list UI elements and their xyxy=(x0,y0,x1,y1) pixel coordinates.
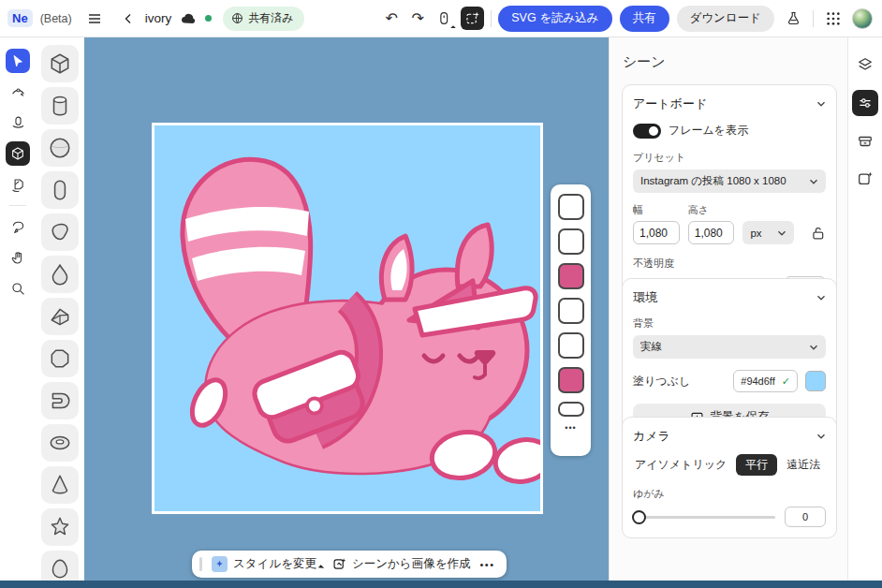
show-frame-toggle[interactable] xyxy=(633,124,661,139)
camera-mode-isometric[interactable]: アイソメトリック xyxy=(633,454,728,476)
swatch-6[interactable] xyxy=(558,367,584,393)
sync-status-dot xyxy=(205,15,212,22)
unit-select[interactable]: px xyxy=(742,221,794,244)
swatch-more-button[interactable]: ••• xyxy=(565,423,576,433)
shared-status-badge[interactable]: 共有済み xyxy=(223,7,304,31)
chevron-down-icon xyxy=(816,99,826,109)
chevron-down-icon xyxy=(816,432,826,441)
mouse-settings-button[interactable] xyxy=(431,6,457,32)
layers-panel-icon[interactable] xyxy=(853,52,877,77)
more-options-button[interactable]: ••• xyxy=(479,559,494,570)
beta-label: (Beta) xyxy=(40,12,72,25)
assets-panel-icon[interactable] xyxy=(853,129,877,154)
select-tool-icon[interactable] xyxy=(6,49,30,73)
environment-section-title: 環境 xyxy=(633,289,657,306)
fill-hex-value: #94d6ff xyxy=(741,375,775,387)
shape-sphere-button[interactable] xyxy=(41,129,79,167)
camera-mode-parallel[interactable]: 平行 xyxy=(736,454,777,476)
shape-capsule-button[interactable] xyxy=(41,171,79,209)
change-style-icon xyxy=(212,556,228,572)
unlock-icon[interactable] xyxy=(811,226,826,241)
bottom-action-bar: スタイルを変更 シーンから画像を作成 ••• xyxy=(192,551,507,578)
app-logo[interactable]: Ne xyxy=(7,9,33,27)
distortion-slider[interactable] xyxy=(633,510,775,523)
height-input[interactable] xyxy=(688,221,735,244)
shape-wedge-button[interactable] xyxy=(41,298,79,335)
shape-arch-button[interactable] xyxy=(41,382,79,419)
load-svg-button[interactable]: SVG を読み込み xyxy=(498,6,611,32)
background-label: 背景 xyxy=(633,316,826,331)
chevron-down-icon xyxy=(809,177,818,186)
bottom-edge-strip xyxy=(0,581,882,588)
shape-cube-button[interactable] xyxy=(41,45,79,82)
redo-button[interactable]: ↷ xyxy=(404,6,431,32)
swatch-3[interactable] xyxy=(558,263,584,289)
change-style-button[interactable]: スタイルを変更 xyxy=(212,556,323,572)
scene-panel: シーン アートボード フレームを表示 プリセット Instagram の投稿 1… xyxy=(609,37,847,581)
tool-divider xyxy=(9,205,26,206)
color-swatch-panel: ••• xyxy=(551,184,591,456)
shape-cone-button[interactable] xyxy=(41,466,79,504)
document-title[interactable]: ivory xyxy=(145,11,172,25)
preset-label: プリセット xyxy=(633,151,826,165)
image-sparkle-icon xyxy=(332,557,346,571)
width-input[interactable] xyxy=(633,221,680,244)
top-header: Ne (Beta) ivory 共有済み ↶ ↷ SVG を読み込み 共有 ダウ xyxy=(0,0,882,37)
camera-section-title: カメラ xyxy=(633,428,670,445)
labs-flask-icon[interactable] xyxy=(780,6,806,32)
extrude-tool-icon[interactable] xyxy=(6,110,30,135)
swatch-4[interactable] xyxy=(558,298,584,324)
fill-hex-input[interactable]: #94d6ff ✓ xyxy=(733,370,798,392)
share-button[interactable]: 共有 xyxy=(620,6,669,32)
panel-title: シーン xyxy=(623,53,666,71)
globe-icon xyxy=(231,12,243,24)
right-icon-rail xyxy=(847,37,882,581)
shape-star-button[interactable] xyxy=(41,508,79,546)
shape-cylinder-button[interactable] xyxy=(41,87,79,125)
hamburger-menu-icon[interactable] xyxy=(81,6,108,32)
lasso-tool-icon[interactable] xyxy=(6,214,30,239)
zoom-tool-icon[interactable] xyxy=(6,276,30,301)
node-edit-tool-icon[interactable] xyxy=(6,80,30,104)
shape-droplet-button[interactable] xyxy=(41,256,79,293)
apps-grid-icon[interactable] xyxy=(820,6,846,32)
corner-caret-icon xyxy=(318,565,324,570)
back-chevron-icon[interactable] xyxy=(115,6,141,32)
shape-rounded-cube-button[interactable] xyxy=(41,340,79,377)
download-button[interactable]: ダウンロード xyxy=(677,6,774,32)
create-image-button[interactable]: シーンから画像を作成 xyxy=(332,556,470,572)
dropdown-caret-icon xyxy=(450,25,456,31)
hand-tool-icon[interactable] xyxy=(6,245,30,270)
distortion-value-input[interactable] xyxy=(785,507,826,527)
swatch-2[interactable] xyxy=(558,228,584,255)
swatch-1[interactable] xyxy=(558,194,584,220)
preset-select[interactable]: Instagram の投稿 1080 x 1080 xyxy=(633,169,826,193)
swatch-5[interactable] xyxy=(558,332,584,359)
artboard-section-title: アートボード xyxy=(633,96,707,112)
artboard[interactable] xyxy=(152,123,543,514)
swatch-7[interactable] xyxy=(558,402,584,417)
camera-section-header[interactable]: カメラ xyxy=(633,428,826,445)
generate-image-panel-icon[interactable] xyxy=(853,167,877,191)
left-tool-rail xyxy=(0,37,36,581)
shape-torus-button[interactable] xyxy=(41,424,79,462)
ai-capture-button[interactable] xyxy=(461,7,484,30)
cat-illustration[interactable] xyxy=(154,125,540,511)
artboard-card: アートボード フレームを表示 プリセット Instagram の投稿 1080 … xyxy=(622,84,837,308)
chevron-down-icon xyxy=(809,343,818,352)
artboard-section-header[interactable]: アートボード xyxy=(633,96,826,112)
unit-value: px xyxy=(750,228,761,239)
environment-section-header[interactable]: 環境 xyxy=(633,289,826,306)
distortion-slider-thumb[interactable] xyxy=(632,510,646,524)
transform-3d-tool-icon[interactable] xyxy=(6,172,30,197)
camera-mode-perspective[interactable]: 遠近法 xyxy=(785,454,822,476)
bar-handle[interactable] xyxy=(199,557,202,571)
properties-panel-icon[interactable] xyxy=(852,90,878,116)
shapes-3d-tool-icon[interactable] xyxy=(6,141,30,166)
shape-blob-button[interactable] xyxy=(41,213,79,251)
fill-color-swatch[interactable] xyxy=(805,371,826,391)
undo-button[interactable]: ↶ xyxy=(378,6,404,32)
user-avatar[interactable] xyxy=(852,8,873,29)
background-select[interactable]: 実線 xyxy=(633,335,826,359)
camera-card: カメラ アイソメトリック 平行 遠近法 ゆがみ xyxy=(622,417,837,538)
